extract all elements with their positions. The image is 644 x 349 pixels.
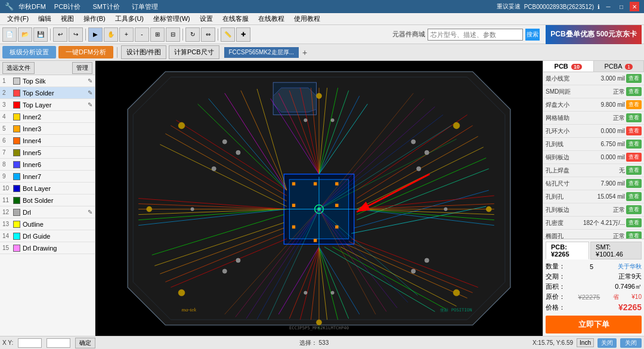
- zoom-in-btn[interactable]: +: [119, 27, 134, 42]
- price-tab-pcb[interactable]: PCB:¥2265: [546, 242, 589, 260]
- menu-edit[interactable]: 编辑: [33, 13, 56, 24]
- layer-item[interactable]: 10 Bot Layer: [0, 183, 95, 194]
- maximize-btn[interactable]: □: [617, 2, 626, 11]
- price-tab-smt[interactable]: SMT:¥1001.46: [590, 242, 642, 260]
- confirm-btn[interactable]: 确定: [75, 338, 95, 348]
- layer-num: 3: [2, 101, 11, 108]
- row-action-btn[interactable]: 查看: [626, 205, 642, 214]
- layer-item[interactable]: 9 Inner7: [0, 171, 95, 183]
- layer-item[interactable]: 3 Top Layer ✎: [0, 99, 95, 111]
- layer-edit-icon[interactable]: ✎: [88, 78, 92, 84]
- svg-rect-18: [335, 204, 338, 207]
- module-order[interactable]: 订单管理: [128, 2, 162, 11]
- net-btn[interactable]: 关闭: [597, 338, 617, 348]
- move-btn[interactable]: ✋: [104, 27, 118, 42]
- dfm-btn[interactable]: 一键DFM分析: [58, 46, 113, 58]
- about-link[interactable]: 关于华秋: [618, 262, 642, 271]
- select-btn[interactable]: ▶: [88, 27, 103, 42]
- mirror-btn[interactable]: ⇔: [201, 27, 215, 42]
- layer-item[interactable]: 1 Top Silk ✎: [0, 75, 95, 87]
- select-all-btn[interactable]: 选远文件: [2, 62, 35, 74]
- layer-color: [13, 149, 20, 156]
- layer-item[interactable]: 8 Inner6: [0, 159, 95, 171]
- analyze-settings-btn[interactable]: 板级分析设置: [2, 46, 56, 58]
- menu-tools[interactable]: 工具多(U): [110, 13, 148, 24]
- right-panel-tabs: PCB 10 PCBA 1: [543, 61, 644, 72]
- row-action-btn[interactable]: 查看: [626, 231, 642, 239]
- status-close-btn[interactable]: 关闭: [620, 338, 642, 348]
- row-action-btn[interactable]: 查看: [626, 153, 642, 162]
- menu-service[interactable]: 在线客服: [218, 13, 253, 24]
- layer-item[interactable]: 6 Inner4: [0, 135, 95, 147]
- menu-online[interactable]: 在线教程: [253, 13, 289, 24]
- manage-btn[interactable]: 管理: [72, 62, 92, 74]
- unit-btn[interactable]: Inch: [577, 338, 594, 347]
- row-action-btn[interactable]: 查看: [626, 74, 642, 83]
- layer-item[interactable]: 15 Drl Drawing: [0, 242, 95, 254]
- layer-edit-icon[interactable]: ✎: [88, 101, 92, 108]
- module-pcb[interactable]: PCB计价: [51, 2, 85, 11]
- right-panel-row: 孔密度 182个 4.21万/... 查看: [543, 217, 644, 230]
- layer-item[interactable]: 14 Drl Guide: [0, 230, 95, 242]
- layer-item[interactable]: 11 Bot Solder: [0, 194, 95, 206]
- layer-color: [13, 113, 20, 121]
- close-btn[interactable]: ✕: [630, 2, 639, 11]
- tab-pcba-badge: 1: [625, 64, 633, 70]
- undo-btn[interactable]: ↩: [53, 27, 67, 42]
- cross-btn[interactable]: ✚: [236, 27, 250, 42]
- measure-btn[interactable]: 📏: [221, 27, 235, 42]
- design-btn[interactable]: 设计图/件图: [121, 45, 166, 59]
- discount-value: ¥10: [631, 294, 642, 300]
- zoom-area-btn[interactable]: ⊟: [166, 27, 180, 42]
- menu-settings[interactable]: 设置: [195, 13, 218, 24]
- menu-file[interactable]: 文件(F): [2, 13, 33, 24]
- layer-edit-icon[interactable]: ✎: [88, 89, 92, 96]
- layer-item[interactable]: 12 Drl ✎: [0, 206, 95, 218]
- row-action-btn[interactable]: 查看: [626, 140, 642, 149]
- svg-rect-14: [292, 204, 295, 207]
- tab-pcba[interactable]: PCBA 1: [594, 61, 645, 72]
- row-action-btn[interactable]: 查看: [626, 113, 642, 122]
- menu-view[interactable]: 视图: [56, 13, 79, 24]
- row-action-btn[interactable]: 查看: [626, 192, 642, 201]
- center-canvas[interactable]: ECC3P5P5_MFK2K1LMTCHP40 ma-tek 坐标 POSITI…: [95, 61, 543, 336]
- tab-pcb[interactable]: PCB 10: [543, 61, 594, 72]
- layer-item[interactable]: 2 Top Solder ✎: [0, 87, 95, 99]
- open-btn[interactable]: 📂: [18, 27, 32, 42]
- row-action-btn[interactable]: 查看: [626, 126, 642, 135]
- y-input[interactable]: [47, 338, 70, 348]
- order-btn[interactable]: 立即下单: [546, 316, 642, 333]
- row-action-btn[interactable]: 查看: [626, 166, 642, 175]
- layer-edit-icon[interactable]: ✎: [88, 209, 92, 215]
- x-input[interactable]: [18, 338, 42, 348]
- row-action-btn[interactable]: 查看: [626, 87, 642, 96]
- minimize-btn[interactable]: ─: [603, 2, 613, 11]
- layer-color: [13, 185, 20, 192]
- search-input[interactable]: [428, 29, 523, 41]
- save-btn[interactable]: 💾: [33, 27, 48, 42]
- menu-coord[interactable]: 坐标管理(W): [148, 13, 195, 24]
- search-btn[interactable]: 搜索: [525, 29, 540, 41]
- layer-item[interactable]: 13 Outline: [0, 218, 95, 230]
- rotate-btn[interactable]: ↻: [185, 27, 200, 42]
- row-action-btn[interactable]: 查看: [626, 179, 642, 188]
- zoom-out-btn[interactable]: -: [135, 27, 149, 42]
- order-number: PCB00002893B(2623512): [524, 4, 594, 10]
- menu-tutorial[interactable]: 使用教程: [289, 13, 325, 24]
- module-smt[interactable]: SMT计价: [89, 2, 123, 11]
- file-tab[interactable]: FCCSP565MK2走层厚...: [224, 47, 299, 58]
- promo-banner[interactable]: PCB叠单优惠 500元京东卡: [546, 25, 642, 44]
- layer-item[interactable]: 4 Inner2: [0, 111, 95, 123]
- layer-name: Drl Guide: [23, 233, 92, 240]
- calc-btn[interactable]: 计算PCB尺寸: [169, 45, 219, 59]
- layer-item[interactable]: 5 Inner3: [0, 123, 95, 135]
- row-value: 正常: [595, 114, 625, 122]
- new-btn[interactable]: 📄: [2, 27, 17, 42]
- layer-item[interactable]: 7 Inner5: [0, 147, 95, 159]
- row-action-btn[interactable]: 查看: [626, 218, 642, 227]
- row-action-btn[interactable]: 查看: [626, 100, 642, 109]
- menu-operate[interactable]: 操作(B): [79, 13, 110, 24]
- redo-btn[interactable]: ↪: [69, 27, 83, 42]
- zoom-fit-btn[interactable]: ⊞: [150, 27, 165, 42]
- add-tab-btn[interactable]: +: [302, 48, 307, 57]
